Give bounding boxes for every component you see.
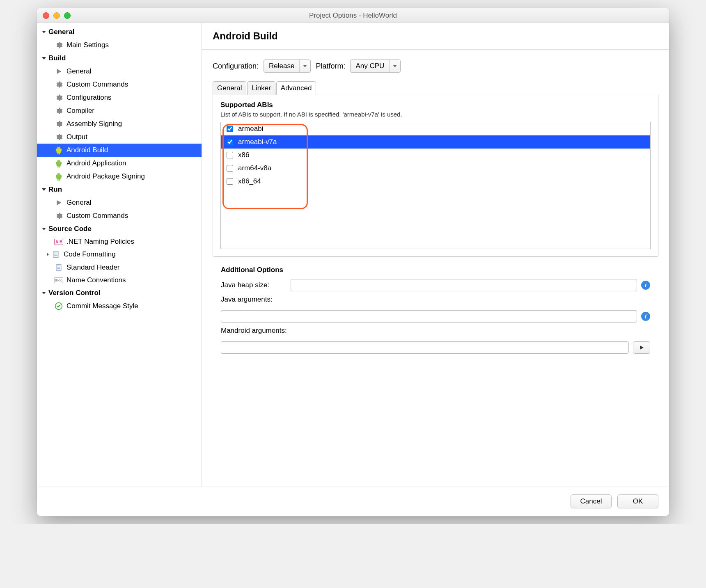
- java-args-label: Java arguments:: [221, 295, 650, 304]
- cancel-button[interactable]: Cancel: [571, 494, 612, 508]
- tabs: GeneralLinkerAdvanced: [213, 81, 658, 95]
- platform-dropdown[interactable]: Any CPU: [350, 59, 401, 73]
- abi-row-armeabi-v7a[interactable]: armeabi-v7a: [221, 135, 650, 149]
- sidebar-item-output[interactable]: Output: [37, 130, 202, 144]
- svg-point-2: [57, 161, 58, 161]
- sidebar-item-configurations[interactable]: Configurations: [37, 91, 202, 104]
- sidebar-group-label: Version Control: [48, 289, 101, 297]
- content-area: Android Build Configuration: Release Pla…: [202, 23, 669, 487]
- naming-icon: A.B: [54, 239, 63, 245]
- abi-label: x86_64: [238, 177, 261, 185]
- sidebar-group-version-control[interactable]: Version Control: [37, 286, 202, 300]
- sidebar-item-custom-commands[interactable]: Custom Commands: [37, 78, 202, 91]
- sidebar-item-custom-commands[interactable]: Custom Commands: [37, 209, 202, 222]
- project-options-window: Project Options - HelloWorld GeneralMain…: [37, 8, 669, 516]
- document-icon: [51, 250, 60, 259]
- gear-icon: [54, 211, 63, 220]
- disclosure-triangle-icon: [42, 228, 46, 230]
- sidebar-group-label: Run: [48, 185, 62, 194]
- sidebar-item-label: Assembly Signing: [66, 120, 122, 128]
- sidebar-item-code-formatting[interactable]: Code Formatting: [37, 248, 202, 261]
- gear-icon: [54, 133, 63, 142]
- zoom-window-button[interactable]: [64, 12, 71, 19]
- sidebar-item-standard-header[interactable]: Standard Header: [37, 261, 202, 274]
- svg-rect-10: [56, 265, 61, 271]
- sidebar-item-label: Main Settings: [66, 41, 109, 49]
- android-icon: [54, 146, 63, 155]
- configuration-dropdown[interactable]: Release: [264, 59, 311, 73]
- platform-label: Platform:: [316, 62, 345, 71]
- disclosure-triangle-icon: [42, 57, 46, 59]
- sidebar-item-android-package-signing[interactable]: Android Package Signing: [37, 170, 202, 183]
- sidebar-item-label: Android Application: [66, 159, 126, 167]
- info-icon[interactable]: i: [641, 281, 650, 290]
- tab-advanced[interactable]: Advanced: [276, 81, 316, 95]
- sidebar-group-source-code[interactable]: Source Code: [37, 222, 202, 236]
- disclosure-triangle-icon: [42, 31, 46, 33]
- android-icon: [54, 159, 63, 168]
- sidebar-item-label: Android Package Signing: [66, 172, 145, 181]
- java-args-input[interactable]: [221, 310, 637, 323]
- minimize-window-button[interactable]: [53, 12, 60, 19]
- abi-row-x86[interactable]: x86: [221, 149, 650, 162]
- sidebar-group-build[interactable]: Build: [37, 52, 202, 65]
- play-icon: [54, 198, 63, 207]
- sidebar-item-label: Output: [66, 133, 87, 141]
- mandroid-args-label: Mandroid arguments:: [221, 327, 650, 335]
- sidebar-group-label: Source Code: [48, 225, 92, 233]
- ok-button[interactable]: OK: [617, 494, 658, 508]
- abi-checkbox[interactable]: [227, 139, 233, 145]
- sidebar-group-general[interactable]: General: [37, 25, 202, 39]
- sidebar-item-label: General: [66, 67, 91, 76]
- run-button[interactable]: [633, 341, 650, 354]
- abi-row-x86-64[interactable]: x86_64: [221, 175, 650, 188]
- sidebar-item-commit-message-style[interactable]: Commit Message Style: [37, 300, 202, 313]
- gear-icon: [54, 106, 63, 115]
- mandroid-args-input[interactable]: [221, 341, 629, 354]
- abi-row-armeabi[interactable]: armeabi: [221, 122, 650, 135]
- sidebar-item-label: Compiler: [66, 107, 94, 115]
- disclosure-triangle-icon: [42, 292, 46, 294]
- sidebar-item-general[interactable]: General: [37, 65, 202, 78]
- chevron-down-icon: [299, 60, 310, 72]
- config-row: Configuration: Release Platform: Any CPU: [202, 50, 669, 81]
- sidebar-item-android-application[interactable]: Android Application: [37, 157, 202, 170]
- document-icon: [54, 263, 63, 272]
- sidebar-item-name-conventions[interactable]: IFooName Conventions: [37, 274, 202, 286]
- sidebar-item--net-naming-policies[interactable]: A.B.NET Naming Policies: [37, 236, 202, 248]
- tab-general[interactable]: General: [213, 81, 246, 95]
- sidebar-item-label: General: [66, 199, 91, 207]
- content-header: Android Build: [202, 23, 669, 50]
- sidebar-item-compiler[interactable]: Compiler: [37, 104, 202, 117]
- abi-checkbox[interactable]: [227, 126, 233, 132]
- titlebar: Project Options - HelloWorld: [37, 8, 669, 23]
- sidebar: GeneralMain SettingsBuildGeneralCustom C…: [37, 23, 202, 487]
- info-icon[interactable]: i: [641, 312, 650, 321]
- abi-checkbox[interactable]: [227, 178, 233, 185]
- sidebar-item-label: Configurations: [66, 94, 112, 102]
- svg-point-0: [57, 148, 58, 148]
- sidebar-group-label: General: [48, 28, 74, 36]
- close-window-button[interactable]: [43, 12, 49, 19]
- android-icon: [54, 172, 63, 181]
- window-title: Project Options - HelloWorld: [37, 11, 669, 20]
- abi-row-arm64-v8a[interactable]: arm64-v8a: [221, 162, 650, 175]
- sidebar-item-general[interactable]: General: [37, 196, 202, 209]
- svg-rect-6: [53, 252, 58, 258]
- java-heap-input[interactable]: [291, 279, 637, 291]
- sidebar-item-main-settings[interactable]: Main Settings: [37, 39, 202, 52]
- sidebar-item-android-build[interactable]: Android Build: [37, 144, 202, 157]
- svg-point-3: [60, 161, 60, 161]
- tab-linker[interactable]: Linker: [247, 81, 275, 95]
- chevron-down-icon: [389, 60, 400, 72]
- additional-options: Additional Options Java heap size: i Jav…: [213, 266, 658, 354]
- page-title: Android Build: [213, 30, 658, 42]
- supported-abis-hint: List of ABIs to support. If no ABI is sp…: [220, 111, 651, 118]
- abi-label: armeabi: [238, 125, 263, 133]
- abi-checkbox[interactable]: [227, 152, 233, 158]
- abi-checkbox[interactable]: [227, 165, 233, 172]
- sidebar-group-run[interactable]: Run: [37, 183, 202, 196]
- sidebar-item-assembly-signing[interactable]: Assembly Signing: [37, 117, 202, 130]
- sidebar-item-label: Android Build: [66, 146, 108, 154]
- sidebar-item-label: .NET Naming Policies: [66, 238, 134, 246]
